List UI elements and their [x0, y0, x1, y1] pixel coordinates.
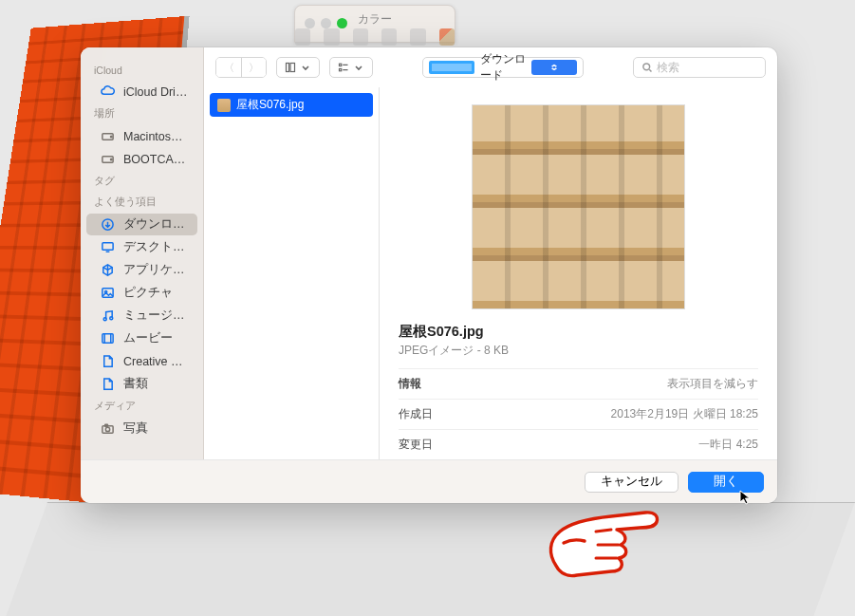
info-toggle-link[interactable]: 表示項目を減らす — [667, 376, 758, 392]
svg-point-3 — [111, 159, 113, 160]
sidebar-group-label: よく使う項目 — [81, 192, 203, 213]
color-panel-window: カラー — [294, 5, 455, 43]
sidebar-item-desktop[interactable]: デスクトップ — [86, 236, 197, 258]
svg-point-23 — [643, 64, 650, 70]
file-icon — [100, 376, 116, 392]
info-value: 2013年2月19日 火曜日 18:25 — [611, 406, 758, 422]
info-key: 変更日 — [399, 437, 433, 453]
info-row: 変更日一昨日 4:25 — [399, 429, 758, 459]
sidebar-item-label: ピクチャ — [123, 285, 173, 301]
nav-forward-button[interactable]: 〉 — [241, 58, 266, 77]
info-header: 情報 — [399, 376, 421, 392]
sidebar-group-label: 場所 — [81, 103, 203, 124]
color-mode-icon — [353, 28, 368, 46]
traffic-close-icon — [305, 18, 315, 28]
nav-buttons: 〈 〉 — [215, 57, 267, 78]
svg-point-10 — [110, 317, 113, 320]
file-icon — [100, 353, 116, 369]
preview-subtitle: JPEGイメージ - 8 KB — [399, 343, 758, 359]
sidebar-item-bootcamp[interactable]: BOOTCAMP — [86, 148, 197, 170]
svg-rect-18 — [290, 64, 295, 72]
info-row: 作成日2013年2月19日 火曜日 18:25 — [399, 399, 758, 429]
svg-rect-7 — [102, 289, 113, 297]
folder-icon — [429, 61, 474, 74]
music-icon — [100, 308, 116, 324]
download-icon — [100, 216, 116, 233]
sidebar-item-label: Macintosh… — [123, 130, 188, 143]
file-name: 屋根S076.jpg — [236, 97, 304, 113]
sidebar-item-label: BOOTCAMP — [123, 153, 188, 166]
sidebar-item-applications[interactable]: アプリケー… — [86, 259, 197, 281]
sidebar-item-label: ダウンロード — [123, 216, 188, 233]
cloud-icon — [100, 84, 116, 100]
traffic-zoom-icon — [337, 18, 347, 28]
sidebar-group-label: タグ — [81, 171, 203, 192]
info-value: 一昨日 4:25 — [698, 437, 758, 453]
picture-icon — [100, 285, 116, 301]
view-mode-select[interactable] — [276, 57, 320, 78]
traffic-min-icon — [321, 18, 331, 28]
sidebar-item-label: iCloud Drive — [123, 85, 188, 99]
hdd-icon — [100, 128, 116, 144]
sidebar-item-downloads[interactable]: ダウンロード — [86, 214, 197, 235]
preview-filename: 屋根S076.jpg — [399, 323, 758, 341]
svg-rect-17 — [287, 64, 289, 72]
file-thumbnail-icon — [217, 99, 231, 112]
chevron-updown-icon — [531, 60, 577, 75]
sidebar-item-movies[interactable]: ムービー — [86, 327, 197, 349]
search-input[interactable]: 検索 — [633, 57, 766, 78]
model-floor — [6, 502, 855, 616]
svg-point-9 — [103, 318, 106, 321]
cancel-button[interactable]: キャンセル — [585, 472, 678, 493]
sidebar-item-label: Creative Cl… — [123, 355, 188, 368]
file-list[interactable]: 屋根S076.jpg — [204, 87, 380, 459]
sidebar-item-label: ミュージック — [123, 308, 188, 324]
sidebar-item-documents[interactable]: 書類 — [86, 373, 197, 395]
sidebar-item-label: ムービー — [123, 330, 173, 346]
svg-line-24 — [649, 69, 651, 71]
sidebar-item-label: 写真 — [123, 420, 148, 437]
sidebar-item-photos[interactable]: 写真 — [86, 418, 197, 439]
sidebar-item-label: アプリケー… — [123, 262, 188, 278]
sidebar-item-pictures[interactable]: ピクチャ — [86, 282, 197, 304]
hdd-icon — [100, 151, 116, 167]
sidebar-group-label: メディア — [81, 396, 203, 417]
sidebar-item-icloud-drive[interactable]: iCloud Drive — [86, 81, 197, 103]
list-item[interactable]: 屋根S076.jpg — [210, 93, 373, 117]
location-popup[interactable]: ダウンロード — [422, 57, 584, 78]
dialog-footer: キャンセル 開く — [81, 459, 777, 503]
preview-pane: 屋根S076.jpg JPEGイメージ - 8 KB 情報 表示項目を減らす 作… — [380, 87, 777, 459]
desktop-icon — [100, 239, 116, 255]
nav-back-button[interactable]: 〈 — [216, 58, 241, 77]
camera-icon — [100, 420, 116, 437]
location-label: ダウンロード — [480, 51, 526, 84]
cursor-arrow-icon — [739, 490, 754, 505]
movie-icon — [100, 330, 116, 346]
svg-rect-19 — [340, 64, 342, 65]
color-mode-icon — [324, 28, 339, 46]
group-mode-select[interactable] — [329, 57, 373, 78]
sidebar-item-music[interactable]: ミュージック — [86, 305, 197, 327]
sidebar: iCloudiCloud Drive場所Macintosh…BOOTCAMPタグ… — [81, 47, 204, 459]
color-mode-icon — [381, 28, 397, 46]
toolbar: 〈 〉 ダウンロード — [204, 47, 777, 87]
app-icon — [100, 262, 116, 278]
preview-image — [472, 104, 685, 309]
annotation-pointing-hand — [543, 499, 666, 589]
svg-rect-5 — [102, 243, 113, 251]
color-swatch-icon — [439, 28, 455, 46]
svg-point-1 — [111, 136, 113, 138]
search-placeholder: 検索 — [657, 60, 679, 76]
info-key: 作成日 — [399, 406, 433, 422]
svg-point-15 — [105, 427, 109, 431]
sidebar-item-macintosh-hd[interactable]: Macintosh… — [86, 125, 197, 147]
color-mode-icon — [295, 28, 310, 46]
open-file-dialog: iCloudiCloud Drive場所Macintosh…BOOTCAMPタグ… — [81, 47, 777, 503]
svg-rect-20 — [340, 69, 342, 71]
sidebar-item-creative-cloud[interactable]: Creative Cl… — [86, 350, 197, 372]
sidebar-item-label: 書類 — [123, 376, 148, 392]
sidebar-group-label: iCloud — [81, 61, 203, 80]
color-mode-icon — [410, 28, 425, 46]
sidebar-item-label: デスクトップ — [123, 239, 188, 255]
